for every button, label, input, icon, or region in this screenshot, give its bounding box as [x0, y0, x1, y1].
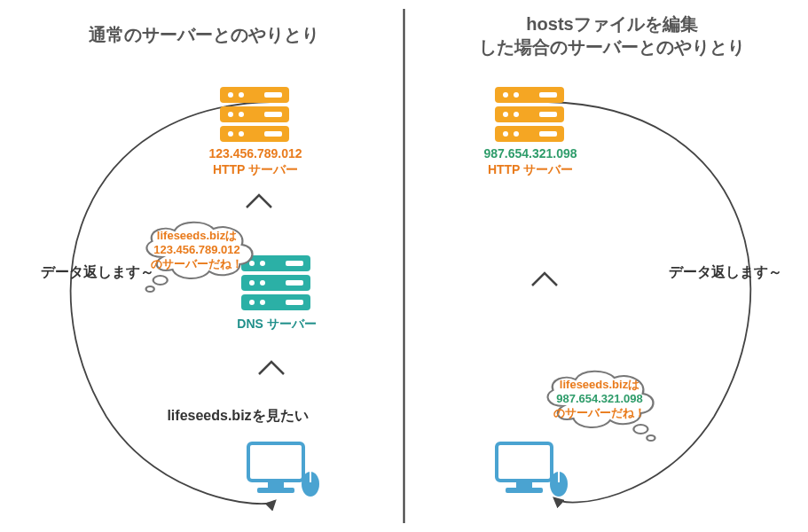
right-http-ip: 987.654.321.098: [483, 146, 577, 160]
diagram-root: 通常のサーバーとのやりとり 123.456.789.012 HTTP サーバー …: [0, 0, 808, 532]
client-pc-icon: [248, 443, 319, 497]
dns-server-icon: [241, 255, 310, 310]
right-title-line1: hostsファイルを編集: [526, 14, 697, 34]
right-loop-arrow: [548, 102, 750, 503]
http-server-icon: [220, 87, 289, 142]
right-cloud-line3: のサーバーだね！: [553, 406, 646, 419]
right-cloud-line1: lifeseeds.bizは: [560, 378, 639, 391]
left-http-ip: 123.456.789.012: [208, 146, 302, 160]
right-panel: hostsファイルを編集 した場合のサーバーとのやりとり 987.654.321…: [479, 14, 782, 503]
right-response-text: データ返します～: [669, 264, 782, 280]
right-title-line2: した場合のサーバーとのやりとり: [479, 37, 745, 57]
right-http-label: HTTP サーバー: [488, 162, 573, 176]
client-pc-icon: [497, 443, 568, 497]
left-cloud-line3: のサーバーだね！: [151, 257, 243, 270]
left-request-text: lifeseeds.bizを見たい: [167, 408, 308, 423]
left-dns-label: DNS サーバー: [237, 317, 316, 331]
chevron-up-icon: [247, 195, 271, 207]
left-cloud-line2: 123.456.789.012: [153, 243, 240, 256]
chevron-up-icon: [532, 273, 557, 286]
left-cloud-line1: lifeseeds.bizは: [157, 229, 237, 242]
http-server-icon: [495, 87, 564, 142]
chevron-up-icon: [259, 362, 284, 374]
left-http-label: HTTP サーバー: [213, 162, 298, 176]
right-cloud-line2: 987.654.321.098: [556, 392, 643, 405]
left-title: 通常のサーバーとのやりとり: [88, 25, 319, 44]
left-response-text: データ返します～: [41, 264, 154, 280]
left-panel: 通常のサーバーとのやりとり 123.456.789.012 HTTP サーバー …: [41, 25, 319, 504]
